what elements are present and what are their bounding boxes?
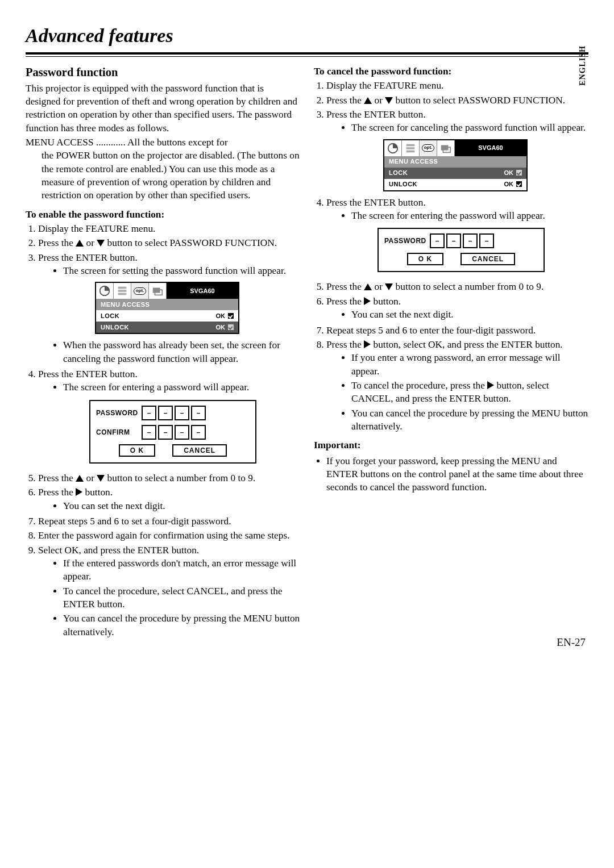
- right-arrow-icon: [487, 381, 494, 389]
- tab-icon-3-active: opt.: [420, 140, 437, 156]
- svg-rect-9: [406, 150, 415, 152]
- right-arrow-icon: [364, 340, 371, 348]
- check-icon: [516, 181, 522, 187]
- tab-icon-1: [96, 283, 114, 299]
- tab-icon-2: [402, 140, 420, 156]
- right-arrow-icon: [364, 297, 371, 305]
- menu-row-unlock-white: UNLOCKOK: [384, 179, 526, 190]
- tab-icon-1: [384, 140, 402, 156]
- important-heading: Important:: [314, 439, 588, 452]
- check-icon: [228, 313, 234, 319]
- step-7: Repeat steps 5 and 6 to set a four-digit…: [38, 515, 300, 528]
- step-8: Enter the password again for confirmatio…: [38, 529, 300, 542]
- tab-icon-4: [149, 283, 167, 299]
- page-title: Advanced features: [26, 23, 588, 49]
- enable-heading: To enable the password function:: [26, 208, 300, 221]
- svg-rect-7: [406, 144, 415, 146]
- cancel-heading: To cancel the password function:: [314, 65, 588, 78]
- r-step-8: Press the button, select OK, and press t…: [326, 338, 588, 433]
- menu-header: MENU ACCESS: [384, 156, 526, 168]
- step-6: Press the button. You can set the next d…: [38, 486, 300, 512]
- down-arrow-icon: [385, 283, 393, 290]
- down-arrow-icon: [97, 475, 105, 482]
- r-step-1: Display the FEATURE menu.: [326, 79, 588, 92]
- confirm-row: CONFIRM – – – –: [96, 425, 250, 440]
- menu-screen-cancel: opt. SVGA60 MENU ACCESS LOCKOK UNLOCKOK: [383, 139, 528, 191]
- section-heading: Password function: [26, 65, 300, 81]
- step-4: Press the ENTER button. The screen for e…: [38, 368, 300, 464]
- up-arrow-icon: [76, 475, 84, 482]
- right-column: To cancel the password function: Display…: [314, 65, 588, 643]
- pw-row: PASSWORD – – – –: [384, 233, 538, 248]
- right-arrow-icon: [76, 488, 82, 496]
- pw-row: PASSWORD – – – –: [96, 406, 250, 420]
- step-3: Press the ENTER button. The screen for s…: [38, 251, 300, 365]
- left-column: Password function This projector is equi…: [26, 65, 300, 643]
- term-label: MENU ACCESS ............: [26, 137, 126, 148]
- r-step-5: Press the or button to select a number f…: [326, 280, 588, 293]
- up-arrow-icon: [76, 240, 84, 247]
- menu-screen-enable: opt. SVGA60 MENU ACCESS LOCKOK UNLOCKOK: [95, 282, 239, 334]
- ok-button[interactable]: O K: [119, 444, 155, 457]
- svg-rect-1: [118, 287, 127, 289]
- tab-icon-2: [114, 283, 131, 299]
- confirm-digits: – – – –: [142, 425, 206, 440]
- r-step-2: Press the or button to select PASSWORD F…: [326, 94, 588, 107]
- password-confirm-box: PASSWORD – – – – CONFIRM – –: [89, 400, 256, 464]
- svg-rect-4: [153, 288, 160, 293]
- svg-rect-8: [406, 147, 415, 149]
- ok-button[interactable]: O K: [407, 253, 443, 265]
- up-arrow-icon: [364, 283, 372, 290]
- intro-text: This projector is equipped with the pass…: [26, 82, 300, 135]
- important-note: If you forget your password, keep pressi…: [326, 454, 588, 494]
- tab-icon-3-active: opt.: [131, 283, 149, 299]
- step-2: Press the or button to select PASSWORD F…: [38, 236, 300, 249]
- step-3-sub: The screen for setting the password func…: [63, 264, 300, 277]
- r-step-7: Repeat steps 5 and 6 to enter the four-d…: [326, 324, 588, 337]
- menu-badge: SVGA60: [455, 140, 526, 156]
- password-box: PASSWORD – – – – O K CANCEL: [377, 228, 545, 272]
- down-arrow-icon: [97, 240, 105, 247]
- menu-row-unlock: UNLOCKOK: [96, 322, 238, 333]
- step-9: Select OK, and press the ENTER button. I…: [38, 544, 300, 639]
- enable-steps: Display the FEATURE menu. Press the or b…: [26, 222, 300, 639]
- step-5: Press the or button to select a number f…: [38, 471, 300, 485]
- pw-digits: – – – –: [430, 233, 494, 248]
- svg-rect-2: [118, 290, 127, 293]
- after-screen-note: When the password has already been set, …: [63, 339, 300, 365]
- menu-header: MENU ACCESS: [96, 299, 238, 310]
- language-tab: ENGLISH: [578, 45, 588, 86]
- term-start: All the buttons except for: [127, 137, 228, 148]
- svg-rect-3: [118, 293, 127, 295]
- check-icon: [228, 324, 234, 330]
- menu-row-lock: LOCKOK: [96, 310, 238, 322]
- pw-digits: – – – –: [142, 406, 206, 420]
- cancel-button[interactable]: CANCEL: [172, 444, 227, 457]
- page-number: EN-27: [557, 635, 586, 650]
- cancel-button[interactable]: CANCEL: [460, 253, 515, 265]
- menu-tabs: opt. SVGA60: [96, 283, 238, 299]
- up-arrow-icon: [364, 97, 372, 104]
- tab-icon-4: [437, 140, 455, 156]
- menu-tabs: opt. SVGA60: [384, 140, 526, 156]
- menu-access-term: MENU ACCESS ............ All the buttons…: [26, 136, 300, 149]
- check-icon: [516, 170, 522, 176]
- menu-row-lock-dark: LOCKOK: [384, 168, 526, 179]
- title-underline: [26, 52, 588, 57]
- down-arrow-icon: [385, 97, 393, 104]
- term-body: the POWER button on the projector are di…: [26, 149, 300, 202]
- cancel-steps: Display the FEATURE menu. Press the or b…: [314, 79, 588, 433]
- r-step-6: Press the button. You can set the next d…: [326, 295, 588, 322]
- r-step-3: Press the ENTER button. The screen for c…: [326, 108, 588, 191]
- content-columns: Password function This projector is equi…: [26, 65, 588, 643]
- step-1: Display the FEATURE menu.: [38, 222, 300, 235]
- r-step-4: Press the ENTER button. The screen for e…: [326, 196, 588, 273]
- menu-badge: SVGA60: [167, 283, 238, 299]
- pw-buttons: O K CANCEL: [96, 444, 250, 457]
- pw-buttons: O K CANCEL: [384, 253, 538, 265]
